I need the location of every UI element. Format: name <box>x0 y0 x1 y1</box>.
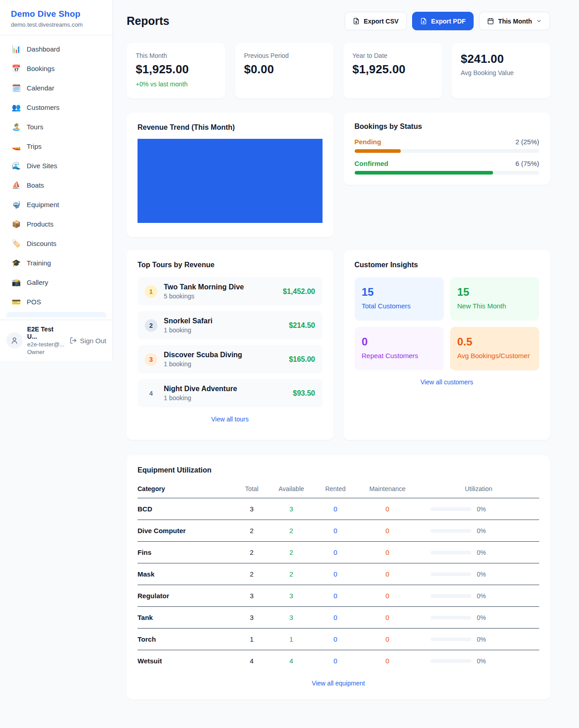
utilization-percent: 0% <box>477 592 486 600</box>
sidebar-item-equipment[interactable]: 🤿Equipment <box>6 195 106 213</box>
insight-tile-repeat-customers: 0Repeat Customers <box>355 327 444 370</box>
insight-value: 15 <box>362 286 437 298</box>
equipment-table: CategoryTotalAvailableRentedMaintenanceU… <box>138 481 539 671</box>
file-download-icon <box>353 18 360 24</box>
equipment-row-regulator: Regulator33000% <box>138 585 539 607</box>
insight-tile-total-customers: 15Total Customers <box>355 277 444 321</box>
sidebar-item-customers[interactable]: 👥Customers <box>6 98 106 116</box>
status-progress-track <box>355 171 540 175</box>
tour-row-discover-scuba-diving[interactable]: 3Discover Scuba Diving1 booking$165.00 <box>138 345 323 373</box>
sidebar-item-label: Discounts <box>27 240 57 247</box>
equipment-utilization-cell: 0% <box>418 571 539 578</box>
tour-revenue: $1,452.00 <box>283 288 315 296</box>
sidebar-item-label: Dashboard <box>27 45 60 53</box>
sidebar-item-products[interactable]: 📦Products <box>6 215 106 233</box>
tour-name: Snorkel Safari <box>164 317 213 325</box>
user-meta: E2E Test U... e2e-tester@... Owner <box>27 326 65 355</box>
export-pdf-button[interactable]: Export PDF <box>412 12 474 30</box>
person-icon <box>10 336 19 345</box>
equipment-maintenance: 0 <box>357 657 418 665</box>
stat-card-delta: +0% vs last month <box>136 80 216 88</box>
sign-out-button[interactable]: Sign Out <box>70 337 106 345</box>
tour-info: Snorkel Safari1 booking <box>164 317 213 334</box>
insight-value: 0.5 <box>457 336 532 348</box>
sidebar-item-pos[interactable]: 💳POS <box>6 293 106 311</box>
tour-name: Night Dive Adventure <box>164 385 237 393</box>
sidebar-item-tours[interactable]: 🏝️Tours <box>6 118 106 136</box>
sign-out-icon <box>70 337 77 344</box>
status-progress-fill <box>355 149 401 153</box>
sidebar-item-discounts[interactable]: 🏷️Discounts <box>6 234 106 252</box>
sidebar-item-dashboard[interactable]: 📊Dashboard <box>6 40 106 58</box>
trips-speedboat-icon: 🚤 <box>12 142 21 151</box>
sidebar-item-dive-sites[interactable]: 🌊Dive Sites <box>6 156 106 175</box>
equipment-rented: 0 <box>314 657 357 665</box>
sidebar-item-calendar[interactable]: 🗓️Calendar <box>6 79 106 97</box>
equipment-maintenance: 0 <box>357 592 418 600</box>
equipment-utilization-cell: 0% <box>418 506 539 513</box>
calendar-pad-icon: 🗓️ <box>12 84 21 92</box>
sidebar-item-label: Bookings <box>27 65 55 72</box>
sidebar-item-gallery[interactable]: 📸Gallery <box>6 273 106 291</box>
equipment-total: 1 <box>235 635 269 643</box>
brand-title[interactable]: Demo Dive Shop <box>11 9 102 19</box>
view-all-tours-link[interactable]: View all tours <box>138 416 323 423</box>
equipment-category: BCD <box>138 505 235 513</box>
stat-card-value: $1,925.00 <box>352 62 433 76</box>
equipment-utilization-card: Equipment Utilization CategoryTotalAvail… <box>127 455 550 700</box>
utilization-percent: 0% <box>477 527 486 534</box>
equipment-available: 3 <box>269 505 314 513</box>
utilization-bar-track <box>431 638 471 641</box>
stat-card-label: This Month <box>136 52 216 59</box>
insight-value: 15 <box>457 286 532 298</box>
equipment-category: Tank <box>138 614 235 621</box>
tour-revenue: $214.50 <box>289 321 315 330</box>
equipment-row-wetsuit: Wetsuit44000% <box>138 650 539 671</box>
top-tours-title: Top Tours by Revenue <box>138 261 323 269</box>
sidebar-item-active-partial[interactable] <box>6 312 106 317</box>
view-all-equipment-link[interactable]: View all equipment <box>138 680 539 687</box>
equipment-rented: 0 <box>314 614 357 621</box>
sidebar-item-label: Calendar <box>27 84 54 92</box>
equipment-available: 1 <box>269 635 314 643</box>
utilization-bar-track <box>431 572 471 576</box>
equipment-row-torch: Torch11000% <box>138 629 539 650</box>
insight-label: New This Month <box>457 302 532 310</box>
view-all-customers-link[interactable]: View all customers <box>355 378 540 386</box>
tours-island-icon: 🏝️ <box>12 123 21 131</box>
bookings-calendar-icon: 📅 <box>12 64 21 73</box>
tour-row-night-dive-adventure[interactable]: 4Night Dive Adventure1 booking$93.50 <box>138 379 323 407</box>
period-dropdown[interactable]: This Month <box>479 12 550 30</box>
equipment-available: 3 <box>269 592 314 600</box>
sidebar-item-label: Customers <box>27 104 60 111</box>
sidebar-item-trips[interactable]: 🚤Trips <box>6 137 106 155</box>
tour-row-snorkel-safari[interactable]: 2Snorkel Safari1 booking$214.50 <box>138 311 323 340</box>
tour-name: Discover Scuba Diving <box>164 351 242 359</box>
bookings-by-status-title: Bookings by Status <box>355 123 540 131</box>
stat-card-this-month: This Month$1,925.00+0% vs last month <box>127 43 225 99</box>
equipment-total: 3 <box>235 614 269 621</box>
utilization-bar-track <box>431 529 471 533</box>
utilization-percent: 0% <box>477 657 486 665</box>
tour-row-two-tank-morning-dive[interactable]: 1Two Tank Morning Dive5 bookings$1,452.0… <box>138 277 323 306</box>
sidebar-item-boats[interactable]: ⛵Boats <box>6 176 106 194</box>
export-csv-button[interactable]: Export CSV <box>345 12 407 30</box>
products-package-icon: 📦 <box>12 220 21 228</box>
equipment-row-dive-computer: Dive Computer22000% <box>138 520 539 542</box>
sidebar-item-training[interactable]: 🎓Training <box>6 254 106 272</box>
equipment-total: 3 <box>235 592 269 600</box>
stat-card-value: $0.00 <box>244 62 325 76</box>
sidebar-nav: 📊Dashboard📅Bookings🗓️Calendar👥Customers🏝… <box>0 35 113 317</box>
equipment-available: 4 <box>269 657 314 665</box>
stat-card-value: $1,925.00 <box>136 62 216 76</box>
equipment-category: Mask <box>138 570 235 578</box>
boats-sailboat-icon: ⛵ <box>12 181 21 189</box>
sidebar-item-label: Training <box>27 259 51 267</box>
stat-card-label: Previous Period <box>244 52 325 59</box>
utilization-bar-track <box>431 616 471 619</box>
sidebar-item-bookings[interactable]: 📅Bookings <box>6 59 106 77</box>
brand-subdomain: demo.test.divestreams.com <box>11 21 102 28</box>
tour-info: Discover Scuba Diving1 booking <box>164 351 242 368</box>
dashboard-bar-chart-icon: 📊 <box>12 45 21 53</box>
tour-rank-badge: 3 <box>145 353 157 366</box>
